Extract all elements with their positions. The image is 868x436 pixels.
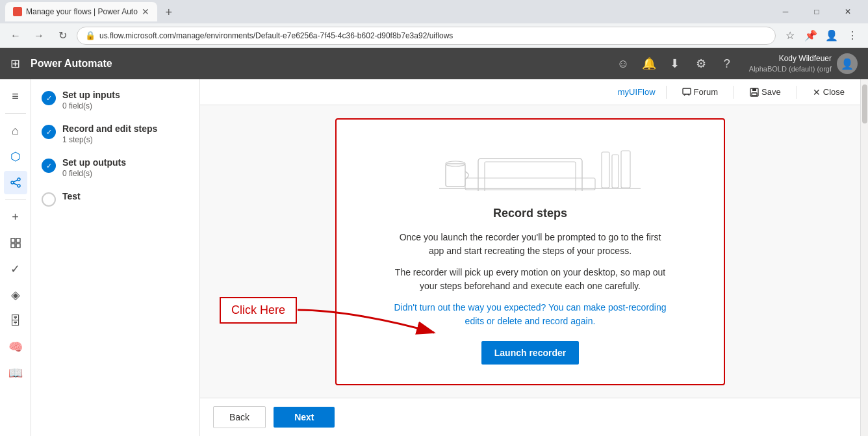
tab-favicon <box>13 7 22 16</box>
tab-close-icon[interactable]: ✕ <box>142 6 149 17</box>
step-title-test: Test <box>62 191 189 201</box>
minimize-button[interactable]: ─ <box>771 2 800 21</box>
record-steps-card: Record steps Once you launch the recorde… <box>335 118 725 385</box>
address-bar-row: ← → ↻ 🔒 ☆ 📌 👤 ⋮ <box>0 23 868 48</box>
step-item-test: Test <box>42 191 189 207</box>
sidebar-item-data[interactable]: 🗄 <box>4 309 27 333</box>
svg-line-4 <box>14 183 18 185</box>
emoji-icon[interactable]: ☺ <box>611 52 635 75</box>
title-bar: Manage your flows | Power Auto ✕ + ─ □ ✕ <box>0 0 868 23</box>
back-nav-button[interactable]: ← <box>6 27 25 45</box>
bell-icon[interactable]: 🔔 <box>637 52 661 75</box>
save-label: Save <box>761 87 781 97</box>
svg-rect-8 <box>16 244 20 248</box>
close-window-button[interactable]: ✕ <box>833 2 863 21</box>
svg-rect-5 <box>11 238 15 242</box>
active-tab[interactable]: Manage your flows | Power Auto ✕ <box>5 2 157 21</box>
browser-menu-icon[interactable]: ⋮ <box>843 27 862 45</box>
browser-toolbar-icons: ☆ 📌 👤 ⋮ <box>781 27 862 45</box>
scrollbar-thumb[interactable] <box>862 84 867 123</box>
record-paragraph-2: The recorder will pick up every motion o… <box>394 266 667 293</box>
step-content-outputs: Set up outputs 0 field(s) <box>62 157 189 178</box>
user-section: Kody Wildfeuer AlphaBOLD (default) (orgf… <box>749 53 858 74</box>
next-button[interactable]: Next <box>274 407 335 428</box>
svg-rect-6 <box>16 238 20 242</box>
step-circle-record: ✓ <box>42 125 56 139</box>
sidebar-item-home[interactable]: ⌂ <box>4 119 27 142</box>
help-icon[interactable]: ? <box>715 52 739 75</box>
profile-icon[interactable]: 👤 <box>823 27 841 45</box>
sidebar-item-connections[interactable] <box>4 171 27 194</box>
click-here-annotation[interactable]: Click Here <box>220 297 297 324</box>
address-input[interactable] <box>99 31 767 40</box>
svg-rect-14 <box>752 93 757 96</box>
sidebar-item-flows[interactable]: ⬡ <box>4 145 27 168</box>
user-org-text: AlphaBOLD (default) (orgf <box>749 64 832 73</box>
bar-separator-2 <box>734 86 734 99</box>
content-area: myUIFlow Forum Save ✕ Close <box>200 79 860 436</box>
waffle-icon[interactable]: ⊞ <box>10 57 20 71</box>
steps-panel: ✓ Set up inputs 0 field(s) ✓ Record and … <box>31 79 200 436</box>
step-title-record: Record and edit steps <box>62 123 189 134</box>
svg-rect-21 <box>602 152 609 188</box>
new-tab-button[interactable]: + <box>160 3 178 21</box>
settings-icon[interactable]: ⚙ <box>689 52 713 75</box>
topbar-icons: ☺ 🔔 ⬇ ⚙ ? <box>611 52 739 75</box>
sidebar-item-ai-builder[interactable]: 🧠 <box>4 335 27 359</box>
sidebar-item-approvals[interactable]: ✓ <box>4 257 27 281</box>
step-item-record: ✓ Record and edit steps 1 step(s) <box>42 123 189 144</box>
lock-icon: 🔒 <box>85 31 96 40</box>
step-subtitle-record: 1 step(s) <box>62 135 189 144</box>
sidebar-divider-2 <box>5 199 26 200</box>
avatar[interactable]: 👤 <box>837 53 858 74</box>
back-button[interactable]: Back <box>213 406 266 428</box>
sidebar-item-learn[interactable]: 📖 <box>4 361 27 385</box>
svg-point-0 <box>11 181 14 184</box>
svg-rect-23 <box>621 151 630 188</box>
forum-button[interactable]: Forum <box>677 84 724 99</box>
user-name-text: Kody Wildfeuer <box>749 54 832 64</box>
launch-recorder-button[interactable]: Launch recorder <box>481 341 579 365</box>
step-circle-inputs: ✓ <box>42 91 56 105</box>
bottom-bar: Back Next <box>200 398 860 436</box>
user-info: Kody Wildfeuer AlphaBOLD (default) (orgf <box>749 54 832 73</box>
browser-chrome: Manage your flows | Power Auto ✕ + ─ □ ✕… <box>0 0 868 48</box>
tab-area: Manage your flows | Power Auto ✕ + <box>5 2 765 21</box>
record-paragraph-1: Once you launch the recorder you'll be p… <box>394 231 667 258</box>
forward-nav-button[interactable]: → <box>30 27 48 45</box>
sidebar-item-menu[interactable]: ≡ <box>4 84 27 108</box>
record-steps-title: Record steps <box>493 207 567 220</box>
svg-line-3 <box>14 180 18 182</box>
checkmark-icon-3: ✓ <box>46 162 52 170</box>
main-area: ≡ ⌂ ⬡ + ✓ ◈ 🗄 🧠 📖 ✓ <box>0 79 868 436</box>
flow-name-link[interactable]: myUIFlow <box>618 87 656 97</box>
step-item-outputs: ✓ Set up outputs 0 field(s) <box>42 157 189 178</box>
flow-name-bar: myUIFlow Forum Save ✕ Close <box>200 79 860 105</box>
step-subtitle-outputs: 0 field(s) <box>62 169 189 178</box>
right-scrollbar[interactable] <box>860 79 868 436</box>
bar-separator-1 <box>666 86 667 99</box>
sidebar-item-templates[interactable] <box>4 231 27 255</box>
svg-rect-22 <box>612 155 619 188</box>
svg-point-1 <box>18 178 20 181</box>
sidebar-item-solutions[interactable]: ◈ <box>4 283 27 307</box>
save-button[interactable]: Save <box>745 84 786 99</box>
sidebar-item-add[interactable]: + <box>4 205 27 229</box>
bar-separator-3 <box>797 86 797 99</box>
step-content-inputs: Set up inputs 0 field(s) <box>62 90 189 110</box>
maximize-button[interactable]: □ <box>802 2 832 21</box>
bookmark-icon[interactable]: ☆ <box>781 27 799 45</box>
icon-sidebar: ≡ ⌂ ⬡ + ✓ ◈ 🗄 🧠 📖 <box>0 79 31 436</box>
step-content-record: Record and edit steps 1 step(s) <box>62 123 189 144</box>
address-bar[interactable]: 🔒 <box>77 27 776 45</box>
step-circle-test <box>42 192 56 207</box>
download-icon[interactable]: ⬇ <box>663 52 687 75</box>
refresh-nav-button[interactable]: ↻ <box>53 27 71 45</box>
forum-label: Forum <box>694 87 719 97</box>
close-flow-button[interactable]: ✕ Close <box>808 84 850 100</box>
app-wrapper: ⊞ Power Automate ☺ 🔔 ⬇ ⚙ ? Kody Wildfeue… <box>0 48 868 436</box>
checkmark-icon-2: ✓ <box>46 128 52 136</box>
svg-rect-7 <box>11 244 15 248</box>
pin-icon[interactable]: 📌 <box>802 27 820 45</box>
step-circle-outputs: ✓ <box>42 159 56 173</box>
